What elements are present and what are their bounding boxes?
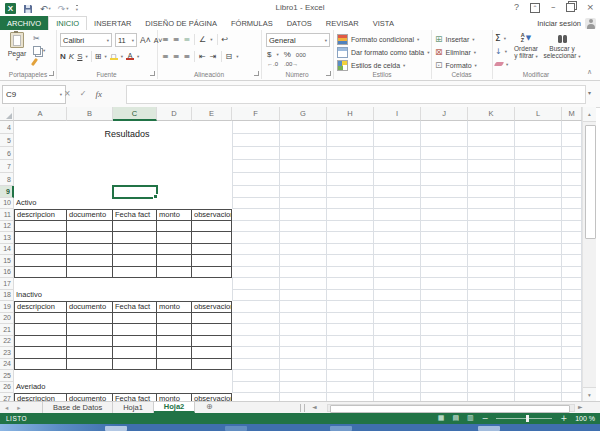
row-header-8[interactable]: 8 [0, 173, 14, 186]
vertical-scrollbar[interactable]: ▴ ▾ [582, 107, 596, 401]
cell-H5[interactable] [327, 134, 374, 147]
cell-L15[interactable] [515, 255, 562, 267]
cell-E9[interactable] [192, 186, 232, 198]
cell-B23[interactable] [67, 347, 113, 359]
cell-J22[interactable] [421, 336, 468, 348]
cell-title-resultados[interactable]: Resultados [95, 122, 159, 146]
column-header-B[interactable]: B [67, 107, 113, 121]
cell-K26[interactable] [468, 382, 515, 394]
cell-A26[interactable]: Averiado [14, 382, 67, 394]
cell-F22[interactable] [232, 336, 280, 348]
cell-D5[interactable] [157, 134, 192, 147]
column-header-L[interactable]: L [515, 107, 562, 121]
cell-G18[interactable] [280, 290, 327, 302]
cell-B21[interactable] [67, 324, 113, 336]
clipboard-dialog-launcher[interactable] [49, 71, 54, 76]
ribbon-tab-inicio[interactable]: INICIO [48, 16, 87, 31]
cell-F17[interactable] [232, 278, 280, 290]
cell-M17[interactable] [562, 278, 582, 290]
cell-B22[interactable] [67, 336, 113, 348]
cell-I25[interactable] [374, 370, 421, 382]
cell-M16[interactable] [562, 267, 582, 279]
cell-D16[interactable] [157, 267, 192, 279]
cell-I13[interactable] [374, 232, 421, 244]
cell-D8[interactable] [157, 173, 192, 186]
column-header-K[interactable]: K [468, 107, 515, 121]
cell-K11[interactable] [468, 209, 515, 221]
cell-E19[interactable]: observacion [192, 301, 232, 313]
column-header-C[interactable]: C [113, 107, 157, 121]
ribbon-tab-archivo[interactable]: ARCHIVO [0, 16, 48, 30]
normal-view-icon[interactable]: ▦ [438, 413, 445, 424]
wrap-text-button[interactable]: ↩ [222, 35, 229, 44]
cell-I15[interactable] [374, 255, 421, 267]
cell-G20[interactable] [280, 313, 327, 325]
cell-G14[interactable] [280, 244, 327, 256]
cell-C18[interactable] [113, 290, 157, 302]
cell-A23[interactable] [14, 347, 67, 359]
cell-I22[interactable] [374, 336, 421, 348]
row-header-16[interactable]: 16 [0, 267, 14, 279]
cell-L18[interactable] [515, 290, 562, 302]
cell-E15[interactable] [192, 255, 232, 267]
cell-J11[interactable] [421, 209, 468, 221]
cell-J4[interactable] [421, 121, 468, 134]
number-dialog-launcher[interactable] [326, 71, 331, 76]
alignment-dialog-launcher[interactable] [254, 71, 259, 76]
align-middle-icon[interactable]: ≡ [173, 35, 180, 44]
cut-button[interactable]: ✂ [33, 33, 45, 43]
cell-H12[interactable] [327, 221, 374, 233]
cell-K9[interactable] [468, 186, 515, 198]
cell-D7[interactable] [157, 160, 192, 173]
cell-J7[interactable] [421, 160, 468, 173]
cell-E8[interactable] [192, 173, 232, 186]
row-header-27[interactable]: 27 [0, 393, 14, 401]
font-dialog-launcher[interactable] [150, 71, 155, 76]
zoom-out-icon[interactable]: − [482, 414, 489, 424]
cell-B16[interactable] [67, 267, 113, 279]
row-header-13[interactable]: 13 [0, 232, 14, 244]
cell-J13[interactable] [421, 232, 468, 244]
cell-C14[interactable] [113, 244, 157, 256]
cell-K13[interactable] [468, 232, 515, 244]
collapse-ribbon-icon[interactable]: ∧ [587, 68, 592, 76]
cell-G8[interactable] [280, 173, 327, 186]
cell-K20[interactable] [468, 313, 515, 325]
cell-D21[interactable] [157, 324, 192, 336]
cell-I16[interactable] [374, 267, 421, 279]
row-header-22[interactable]: 22 [0, 336, 14, 348]
cell-J23[interactable] [421, 347, 468, 359]
underline-button[interactable]: S [77, 52, 82, 61]
cell-F7[interactable] [232, 160, 280, 173]
cell-A22[interactable] [14, 336, 67, 348]
cell-C23[interactable] [113, 347, 157, 359]
cell-A16[interactable] [14, 267, 67, 279]
cell-A12[interactable] [14, 221, 67, 233]
cell-L25[interactable] [515, 370, 562, 382]
cell-E10[interactable] [192, 198, 232, 210]
cell-F9[interactable] [232, 186, 280, 198]
cell-F21[interactable] [232, 324, 280, 336]
cell-F24[interactable] [232, 359, 280, 371]
cell-G22[interactable] [280, 336, 327, 348]
cell-M23[interactable] [562, 347, 582, 359]
cell-D11[interactable]: monto [157, 209, 192, 221]
column-header-A[interactable]: A [14, 107, 67, 121]
merge-center-button[interactable]: ⊟ [226, 52, 233, 61]
cell-I5[interactable] [374, 134, 421, 147]
row-header-12[interactable]: 12 [0, 221, 14, 233]
format-cells-button[interactable]: ⊡ Formato▾ [435, 59, 477, 71]
cell-G11[interactable] [280, 209, 327, 221]
cell-J26[interactable] [421, 382, 468, 394]
cell-styles-button[interactable]: Estilos de celda▾ [337, 59, 405, 71]
minimize-button[interactable]: – [551, 2, 556, 13]
cell-I26[interactable] [374, 382, 421, 394]
cell-B12[interactable] [67, 221, 113, 233]
cell-G24[interactable] [280, 359, 327, 371]
selected-cell-outline[interactable] [112, 185, 158, 199]
cell-C24[interactable] [113, 359, 157, 371]
cell-L20[interactable] [515, 313, 562, 325]
cell-H26[interactable] [327, 382, 374, 394]
cell-A8[interactable] [14, 173, 67, 186]
cell-G5[interactable] [280, 134, 327, 147]
